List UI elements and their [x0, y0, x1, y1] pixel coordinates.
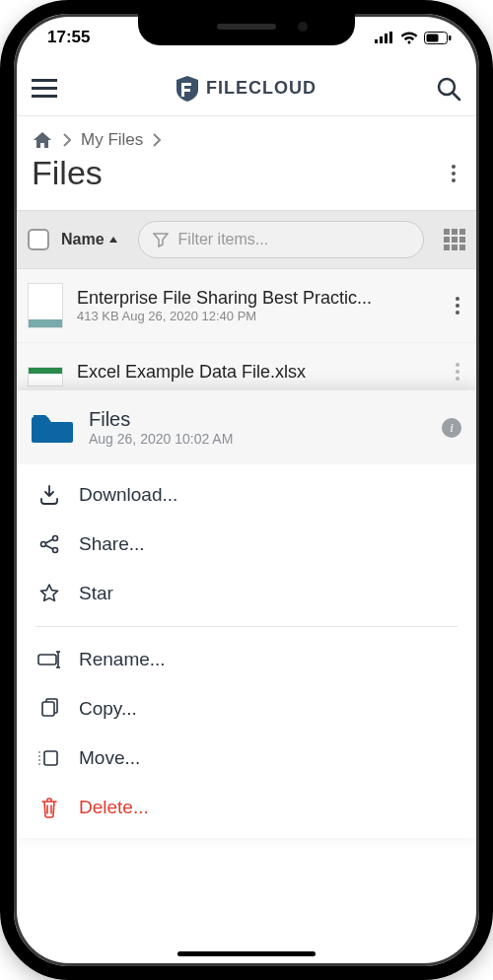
svg-rect-22 [44, 751, 57, 765]
svg-rect-5 [449, 35, 452, 40]
brand-name: FILECLOUD [206, 78, 317, 99]
action-label: Download... [79, 484, 177, 506]
move-icon [37, 748, 61, 768]
copy-icon [37, 698, 61, 720]
action-delete[interactable]: Delete... [14, 783, 479, 832]
side-button-silence [0, 177, 2, 217]
action-label: Copy... [79, 698, 137, 720]
sort-asc-icon [108, 235, 118, 245]
file-meta: 413 KB Aug 26, 2020 12:40 PM [77, 309, 436, 323]
side-button-volume-down [0, 320, 2, 389]
file-thumbnail-icon [28, 367, 63, 386]
hamburger-menu-button[interactable] [32, 79, 57, 99]
sheet-subtitle: Aug 26, 2020 10:02 AM [89, 431, 426, 447]
svg-rect-0 [375, 39, 378, 43]
app-header: FILECLOUD [14, 61, 479, 116]
svg-rect-7 [32, 79, 57, 82]
breadcrumb: My Files [14, 116, 479, 152]
trash-icon [37, 797, 61, 818]
column-name-label: Name [61, 231, 105, 248]
page-title: Files [32, 154, 103, 192]
svg-rect-3 [389, 32, 392, 43]
chevron-right-icon [153, 133, 161, 147]
page-more-button[interactable] [446, 159, 461, 188]
shield-icon [176, 76, 198, 102]
action-star[interactable]: Star [14, 569, 479, 618]
status-time: 17:55 [47, 28, 90, 47]
side-button-volume-up [0, 237, 2, 306]
svg-line-11 [453, 93, 459, 100]
brand-logo: FILECLOUD [176, 76, 317, 102]
svg-rect-21 [42, 702, 54, 716]
file-more-button[interactable] [450, 357, 465, 386]
folder-icon [32, 411, 73, 445]
action-label: Star [79, 583, 113, 604]
action-share[interactable]: Share... [14, 520, 479, 569]
action-rename[interactable]: Rename... [14, 635, 479, 684]
info-button[interactable]: i [442, 418, 461, 438]
device-notch [138, 12, 355, 45]
file-row[interactable]: Enterprise File Sharing Best Practic... … [14, 269, 479, 343]
download-icon [37, 484, 61, 506]
home-icon[interactable] [32, 130, 53, 150]
search-button[interactable] [436, 76, 461, 102]
svg-rect-8 [32, 87, 57, 90]
action-sheet: Files Aug 26, 2020 10:02 AM i Download..… [14, 390, 479, 838]
svg-rect-6 [427, 34, 439, 41]
file-more-button[interactable] [450, 291, 465, 320]
cellular-icon [375, 32, 394, 43]
action-move[interactable]: Move... [14, 734, 479, 783]
chevron-right-icon [63, 133, 71, 147]
svg-rect-2 [385, 34, 387, 43]
action-label: Delete... [79, 797, 149, 818]
divider [35, 626, 458, 627]
file-name: Enterprise File Sharing Best Practic... [77, 288, 436, 309]
svg-rect-17 [38, 655, 56, 665]
share-icon [37, 533, 61, 555]
svg-rect-1 [380, 36, 383, 43]
sheet-header: Files Aug 26, 2020 10:02 AM i [14, 390, 479, 464]
svg-line-16 [45, 545, 53, 549]
wifi-icon [400, 32, 418, 44]
view-grid-button[interactable] [444, 229, 465, 250]
battery-icon [424, 32, 452, 44]
file-thumbnail-icon [28, 283, 63, 328]
svg-point-13 [53, 536, 58, 541]
breadcrumb-item[interactable]: My Files [81, 130, 143, 150]
list-header: Name Filter items... [14, 210, 479, 269]
action-label: Rename... [79, 649, 166, 670]
action-label: Move... [79, 747, 140, 769]
filter-icon [153, 232, 169, 247]
home-indicator[interactable] [177, 951, 316, 956]
select-all-checkbox[interactable] [28, 229, 49, 250]
action-download[interactable]: Download... [14, 470, 479, 520]
svg-point-14 [53, 548, 58, 553]
action-label: Share... [79, 533, 145, 555]
filter-input[interactable]: Filter items... [138, 221, 424, 258]
svg-rect-9 [32, 95, 57, 98]
file-name: Excel Example Data File.xlsx [77, 362, 436, 383]
star-icon [37, 583, 61, 604]
sheet-title: Files [89, 408, 426, 431]
action-copy[interactable]: Copy... [14, 684, 479, 734]
filter-placeholder: Filter items... [178, 231, 269, 248]
file-row[interactable]: Excel Example Data File.xlsx [14, 343, 479, 390]
svg-line-15 [45, 539, 53, 543]
search-icon [436, 76, 461, 102]
column-name[interactable]: Name [61, 231, 118, 248]
svg-point-12 [41, 542, 46, 547]
rename-icon [37, 651, 61, 668]
